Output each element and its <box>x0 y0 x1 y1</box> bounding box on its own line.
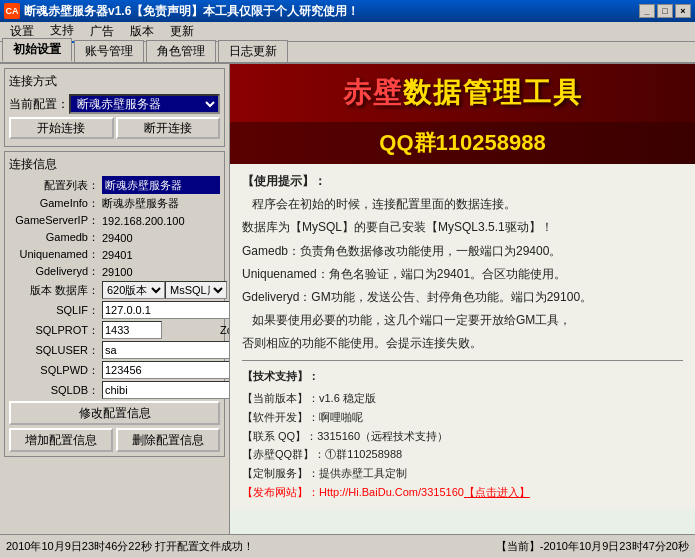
right-title-main: 赤壁数据管理工具 <box>250 74 675 112</box>
title-bar-left: CA 断魂赤壁服务器v1.6【免责声明】本工具仅限于个人研究使用！ <box>4 3 359 20</box>
tech-header: 【技术支持】： <box>242 367 683 386</box>
gamedb-row: Gamedb： 29400 <box>9 230 220 245</box>
tech-custom-row: 【定制服务】： 提供赤壁工具定制 <box>242 464 683 483</box>
tech-version-row: 【当前版本】： v1.6 稳定版 <box>242 389 683 408</box>
gamedb-label: Gamedb： <box>9 230 99 245</box>
app-icon: CA <box>4 3 20 19</box>
tech-custom-value: 提供赤壁工具定制 <box>319 464 407 483</box>
title-char-2: 壁 <box>373 77 403 108</box>
tab-bar: 初始设置 账号管理 角色管理 日志更新 <box>0 42 695 64</box>
minimize-button[interactable]: _ <box>639 4 655 18</box>
tech-dev-value: 啊哩啪呢 <box>319 408 363 427</box>
current-config-row: 当前配置： 断魂赤壁服务器 <box>9 94 220 114</box>
qq-section: QQ群110258988 <box>230 122 695 164</box>
status-left: 2010年10月9日23时46分22秒 打开配置文件成功！ <box>6 539 254 554</box>
sqlif-input[interactable] <box>102 301 230 319</box>
gdeliveryd-value: 29100 <box>102 266 220 278</box>
usage-tip-1: 程序会在初始的时候，连接配置里面的数据连接。 <box>242 195 683 214</box>
tab-role-management[interactable]: 角色管理 <box>146 40 216 62</box>
gameserverip-row: GameServerIP： 192.168.200.100 <box>9 213 220 228</box>
sqluser-label: SQLUSER： <box>9 343 99 358</box>
left-panel: 连接方式 当前配置： 断魂赤壁服务器 开始连接 断开连接 连接信息 配置列表： … <box>0 64 230 534</box>
gameserverip-label: GameServerIP： <box>9 213 99 228</box>
version-select[interactable]: 620版本 <box>102 281 165 299</box>
tab-initial-settings[interactable]: 初始设置 <box>2 38 72 62</box>
tech-qqgroup-value: ①群110258988 <box>325 445 402 464</box>
sqlpwd-label: SQLPWD： <box>9 363 99 378</box>
version-label: 版本 数据库： <box>9 283 99 298</box>
tech-qqgroup-key: 【赤壁QQ群】： <box>242 445 325 464</box>
right-panel: 赤壁数据管理工具 QQ群110258988 【使用提示】： 程序会在初始的时候，… <box>230 64 695 534</box>
sqlif-row: SQLIF： <box>9 301 220 319</box>
config-list-label: 配置列表： <box>9 178 99 193</box>
title-char-rest: 数据管理工具 <box>403 77 583 108</box>
title-char-1: 赤 <box>343 77 373 108</box>
menu-version[interactable]: 版本 <box>122 21 162 42</box>
sqluser-input[interactable] <box>102 341 230 359</box>
usage-tip-gdelivery2: Gdeliveryd：GM功能，发送公告、封停角色功能。端口为29100。 <box>242 288 683 307</box>
connect-info-section: 连接信息 配置列表： 断魂赤壁服务器 GameInfo： 断魂赤壁服务器 Gam… <box>4 151 225 457</box>
sqlpwd-input[interactable] <box>102 361 230 379</box>
tech-website-link[interactable]: 【点击进入】 <box>464 483 530 502</box>
qq-text: QQ群110258988 <box>250 128 675 158</box>
start-connect-button[interactable]: 开始连接 <box>9 117 114 139</box>
menu-update[interactable]: 更新 <box>162 21 202 42</box>
divider <box>242 360 683 361</box>
main-area: 连接方式 当前配置： 断魂赤壁服务器 开始连接 断开连接 连接信息 配置列表： … <box>0 64 695 534</box>
tab-account-management[interactable]: 账号管理 <box>74 40 144 62</box>
connect-method-box: 连接方式 当前配置： 断魂赤壁服务器 开始连接 断开连接 <box>4 68 225 147</box>
tech-website-label: 【发布网站】： <box>242 483 319 502</box>
zone-label: Zone： <box>166 323 230 338</box>
gameinfo-row: GameInfo： 断魂赤壁服务器 <box>9 196 220 211</box>
current-config-label: 当前配置： <box>9 96 69 113</box>
uniquenamed-row: Uniquenamed： 29401 <box>9 247 220 262</box>
stop-connect-button[interactable]: 断开连接 <box>116 117 221 139</box>
sqlpwd-row: SQLPWD： <box>9 361 220 379</box>
config-list-row: 配置列表： 断魂赤壁服务器 <box>9 176 220 194</box>
tech-qq-row: 【联系 QQ】： 3315160（远程技术支持） <box>242 427 683 446</box>
gdeliveryd-row: Gdeliveryd： 29100 <box>9 264 220 279</box>
tech-version-key: 【当前版本】： <box>242 389 319 408</box>
maximize-button[interactable]: □ <box>657 4 673 18</box>
sqlprot-row: SQLPROT： Zone： <box>9 321 220 339</box>
add-config-button[interactable]: 增加配置信息 <box>9 428 113 452</box>
uniquenamed-value: 29401 <box>102 249 220 261</box>
close-button[interactable]: × <box>675 4 691 18</box>
usage-tip-open2: 如果要使用必要的功能，这几个端口一定要开放给GM工具， <box>242 311 683 330</box>
tech-section: 【技术支持】： 【当前版本】： v1.6 稳定版 【软件开发】： 啊哩啪呢 【联… <box>242 367 683 502</box>
gameserverip-value: 192.168.200.100 <box>102 215 220 227</box>
config-list-value: 断魂赤壁服务器 <box>102 176 220 194</box>
right-panel-header: 赤壁数据管理工具 <box>230 64 695 122</box>
usage-tip-mysql: 数据库为【MySQL】的要自己安装【MySQL3.5.1驱动】！ <box>242 218 683 237</box>
delete-config-button[interactable]: 删除配置信息 <box>116 428 220 452</box>
gdeliveryd-label: Gdeliveryd： <box>9 264 99 279</box>
gameinfo-label: GameInfo： <box>9 196 99 211</box>
right-content: 【使用提示】： 程序会在初始的时候，连接配置里面的数据连接。 数据库为【MySQ… <box>230 164 695 509</box>
connect-buttons-row: 开始连接 断开连接 <box>9 117 220 139</box>
sqldb-input[interactable] <box>102 381 230 399</box>
usage-tip-unique2: Uniquenamed：角色名验证，端口为29401。合区功能使用。 <box>242 265 683 284</box>
menu-ads[interactable]: 广告 <box>82 21 122 42</box>
tech-website-row: 【发布网站】： Http://Hi.BaiDu.Com/3315160 【点击进… <box>242 483 683 502</box>
gamedb-value: 29400 <box>102 232 220 244</box>
tech-qq-value: 3315160（远程技术支持） <box>317 427 448 446</box>
tech-custom-key: 【定制服务】： <box>242 464 319 483</box>
tech-dev-row: 【软件开发】： 啊哩啪呢 <box>242 408 683 427</box>
status-right: 【当前】-2010年10月9日23时47分20秒 <box>496 539 689 554</box>
sqlprot-label: SQLPROT： <box>9 323 99 338</box>
status-bar: 2010年10月9日23时46分22秒 打开配置文件成功！ 【当前】-2010年… <box>0 534 695 558</box>
gameinfo-value: 断魂赤壁服务器 <box>102 196 220 211</box>
tab-log-update[interactable]: 日志更新 <box>218 40 288 62</box>
config-select[interactable]: 断魂赤壁服务器 <box>69 94 220 114</box>
sqlprot-input[interactable] <box>102 321 162 339</box>
sqluser-row: SQLUSER： <box>9 341 220 359</box>
usage-tip-fail: 否则相应的功能不能使用。会提示连接失败。 <box>242 334 683 353</box>
db-type-select[interactable]: MsSQL库 <box>165 281 227 299</box>
modify-config-button[interactable]: 修改配置信息 <box>9 401 220 425</box>
usage-tip-gamedb2: Gamedb：负责角色数据修改功能使用，一般端口为29400。 <box>242 242 683 261</box>
tech-dev-key: 【软件开发】： <box>242 408 319 427</box>
title-controls: _ □ × <box>639 4 691 18</box>
sqldb-label: SQLDB： <box>9 383 99 398</box>
version-row: 版本 数据库： 620版本 MsSQL库 <box>9 281 220 299</box>
connect-info-title: 连接信息 <box>9 156 220 173</box>
